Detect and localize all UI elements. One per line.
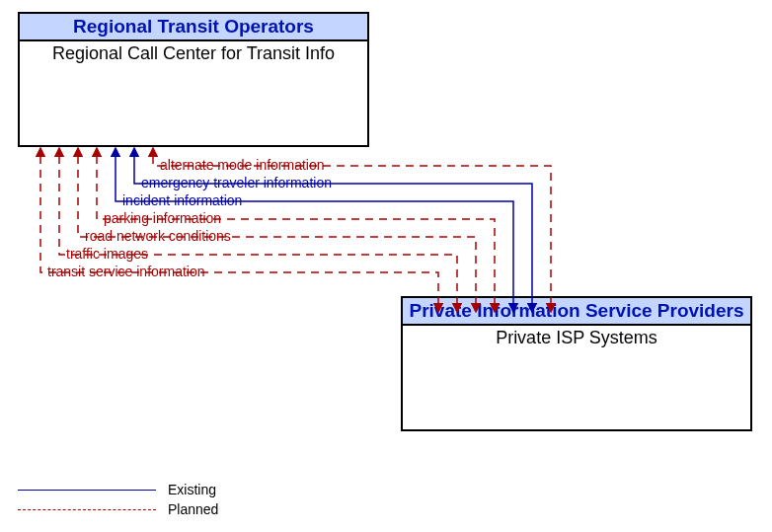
flow-label-road-network-conditions: road network conditions: [85, 228, 231, 244]
legend-label-existing: Existing: [168, 482, 216, 497]
box-header-private-isp: Private Information Service Providers: [403, 298, 750, 326]
box-regional-transit-operators: Regional Transit Operators Regional Call…: [18, 12, 369, 147]
box-title-private-isp-systems: Private ISP Systems: [403, 326, 750, 350]
box-private-isp: Private Information Service Providers Pr…: [401, 296, 752, 431]
flow-label-incident-information: incident information: [122, 192, 242, 208]
flow-label-transit-service-information: transit service information: [47, 264, 205, 279]
legend: Existing Planned: [18, 482, 218, 521]
flow-label-alternate-mode-information: alternate mode information: [160, 157, 325, 173]
legend-row-existing: Existing: [18, 482, 218, 497]
legend-line-planned: [18, 509, 156, 510]
box-header-regional-transit-operators: Regional Transit Operators: [20, 14, 367, 41]
legend-line-existing: [18, 490, 156, 491]
box-title-regional-call-center: Regional Call Center for Transit Info: [20, 41, 367, 66]
legend-row-planned: Planned: [18, 501, 218, 517]
flow-label-emergency-traveler-information: emergency traveler information: [141, 175, 332, 190]
flow-label-traffic-images: traffic images: [66, 246, 148, 262]
legend-label-planned: Planned: [168, 501, 218, 517]
flow-label-parking-information: parking information: [104, 210, 221, 226]
